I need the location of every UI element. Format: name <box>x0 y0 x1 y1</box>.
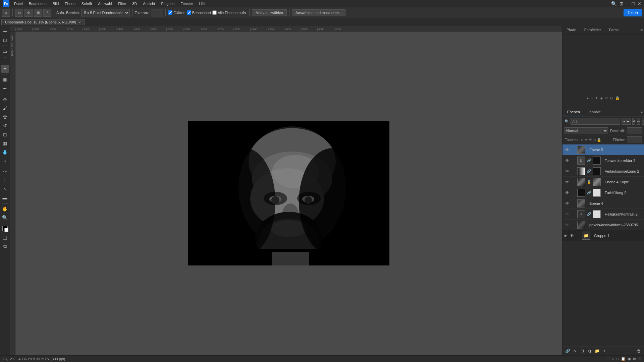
alle-ebenen-checkbox[interactable] <box>212 10 217 15</box>
window-maximize-icon[interactable]: □ <box>632 1 635 6</box>
layer-row[interactable]: 👁 🔗 Farbfüllung 2 <box>562 187 644 198</box>
hand-tool[interactable]: ✋ <box>1 205 9 213</box>
layer-mask-btn[interactable]: ⊡ <box>579 348 585 354</box>
maskenauswahl-button[interactable]: Auswählen und maskieren... <box>292 9 345 16</box>
glatten-checkbox[interactable] <box>168 10 172 15</box>
type-tool[interactable]: T <box>1 176 9 184</box>
menu-schrift[interactable]: Schrift <box>79 1 95 6</box>
menu-datei[interactable]: Datei <box>11 1 25 6</box>
menu-hilfe[interactable]: Hilfe <box>196 1 209 6</box>
fix-icon-move[interactable]: ✛ <box>589 138 592 142</box>
layer-visibility-toggle[interactable]: 👁 <box>569 233 575 238</box>
pen-tool[interactable]: ✑ <box>1 168 9 176</box>
tab-farbe[interactable]: Farbe <box>605 26 623 34</box>
layer-row[interactable]: 👁 pexels-kevin-bidwell-2380795 <box>562 220 644 230</box>
clone-stamp-tool[interactable]: ✿ <box>1 113 9 121</box>
history-brush-tool[interactable]: ↺ <box>1 122 9 130</box>
tolerance-input[interactable]: 32 <box>151 9 163 16</box>
document-tab[interactable]: Unbenannt-1 bei 16,1% (Ebene 5, RGB/8#) … <box>1 19 85 25</box>
layer-visibility-toggle[interactable]: 👁 <box>565 147 570 153</box>
layer-row[interactable]: 👁 Ebene 4 <box>562 198 644 209</box>
layer-fx-btn[interactable]: fx <box>572 348 578 354</box>
artboard-tool[interactable]: ⊡ <box>1 36 9 44</box>
spot-heal-tool[interactable]: ⊕ <box>1 96 9 104</box>
menu-3d[interactable]: 3D <box>129 1 140 6</box>
tool-icon-home[interactable]: ⌂ <box>2 9 10 17</box>
benachbart-checkbox[interactable] <box>187 10 191 15</box>
marquee-tool[interactable]: ▭ <box>1 47 9 55</box>
layer-row[interactable]: 👁 🔒 Ebene 4 Kopie <box>562 177 644 187</box>
brush-tool[interactable]: 🖌 <box>1 104 9 112</box>
menu-fenster[interactable]: Fenster <box>178 1 196 6</box>
zoom-tool[interactable]: 🔍 <box>1 214 9 222</box>
statusbar-icon-2[interactable]: ⊕ <box>611 357 614 361</box>
tab-farbfelder[interactable]: Farbfelder <box>580 26 605 34</box>
window-minimize-icon[interactable]: − <box>626 1 629 6</box>
layers-tab-kanaele[interactable]: Kanäle <box>585 108 605 116</box>
layer-row[interactable]: 👁 🔗 Verlaufsumsetzung 2 <box>562 166 644 177</box>
window-close-icon[interactable]: ✕ <box>637 1 641 6</box>
layers-options-icon[interactable]: ≡ <box>641 110 643 114</box>
layer-row[interactable]: 👁 Ebene 5 <box>562 144 644 155</box>
fix-icon-all[interactable]: ⊞ <box>593 138 596 142</box>
move-tool[interactable]: ✛ <box>1 27 9 36</box>
foreground-color[interactable] <box>2 226 8 231</box>
statusbar-icon-5[interactable]: ◉ <box>628 357 631 361</box>
tool-options-b[interactable]: ⊙ <box>24 9 33 17</box>
layer-group-btn[interactable]: 📁 <box>594 348 600 354</box>
lasso-tool[interactable]: ⌒ <box>1 56 9 64</box>
quick-mask-toggle[interactable]: ⬚ <box>1 233 9 241</box>
menu-auswahl[interactable]: Auswahl <box>95 1 115 6</box>
search-icon[interactable]: 🔍 <box>611 1 617 6</box>
screen-mode-toggle[interactable]: ⧉ <box>1 242 9 250</box>
magic-wand-tool[interactable]: ✦ <box>1 65 9 73</box>
layer-adjustment-btn[interactable]: ◑ <box>587 348 593 354</box>
layers-tab-ebenen[interactable]: Ebenen <box>562 108 585 116</box>
menu-ansicht[interactable]: Ansicht <box>140 1 158 6</box>
statusbar-icon-3[interactable]: □ <box>616 357 619 361</box>
path-select-tool[interactable]: ↖ <box>1 185 9 193</box>
layer-visibility-toggle[interactable]: 👁 <box>565 212 570 217</box>
tool-options-c[interactable]: ▤ <box>34 9 42 17</box>
teilen-button[interactable]: Teilen <box>624 9 642 16</box>
panel-collapse-icon[interactable]: ≡ <box>640 28 643 33</box>
layers-toolbar-btn-2[interactable]: ✏ <box>637 118 640 125</box>
layer-row-group[interactable]: ▶ 👁 📁 Gruppe 1 <box>562 230 644 241</box>
brush-size-select[interactable]: 5 x 5 Pixel Durchschnitt <box>81 9 130 16</box>
fix-icon-brush[interactable]: ✏ <box>585 138 588 142</box>
tab-close-button[interactable]: ✕ <box>78 20 81 24</box>
layer-link-btn[interactable]: 🔗 <box>565 348 571 354</box>
menu-bild[interactable]: Bild <box>50 1 61 6</box>
dodge-tool[interactable]: ○ <box>1 157 9 165</box>
menu-filter[interactable]: Filter <box>115 1 129 6</box>
background-color[interactable] <box>4 228 8 232</box>
layer-visibility-toggle[interactable]: 👁 <box>565 201 570 206</box>
layers-toolbar-btn-1[interactable]: P <box>632 118 635 125</box>
motiv-auswaehlen-button[interactable]: Motiv auswählen <box>252 9 287 16</box>
canvas-container[interactable] <box>15 32 562 355</box>
layers-filter-select[interactable]: ▾ <box>622 118 631 125</box>
layer-new-btn[interactable]: + <box>601 348 607 354</box>
layer-row[interactable]: 👁 ⊡ 🔗 Tonwertkorrektur 2 <box>562 155 644 166</box>
layer-delete-btn[interactable]: 🗑 <box>636 348 642 354</box>
layer-visibility-toggle[interactable]: 👁 <box>565 190 570 195</box>
fill-input[interactable]: 100% <box>627 136 642 143</box>
layer-row[interactable]: 👁 ☀ 🔗 Helligkeit/Kontrast 2 <box>562 209 644 220</box>
menu-plugins[interactable]: Plug-ins <box>158 1 177 6</box>
layers-toolbar-btn-3[interactable]: T <box>642 118 644 125</box>
alle-ebenen-checkbox-label[interactable]: Alle Ebenen aufn. <box>212 10 247 15</box>
shape-tool[interactable]: ▬ <box>1 194 9 202</box>
statusbar-icon-7[interactable]: ⊞ <box>638 357 641 361</box>
crop-tool[interactable]: ⊠ <box>1 76 9 84</box>
benachbart-checkbox-label[interactable]: Benachbart <box>187 10 211 15</box>
layer-visibility-toggle[interactable]: 👁 <box>565 158 570 163</box>
zoom-fit-icon[interactable]: ⊞ <box>620 1 624 6</box>
layer-visibility-toggle[interactable]: 👁 <box>565 222 570 228</box>
eyedropper-tool[interactable]: ✒ <box>1 84 9 93</box>
tab-pfade[interactable]: Pfade <box>562 26 580 34</box>
statusbar-icon-1[interactable]: ⊡ <box>606 357 609 361</box>
blur-tool[interactable]: 💧 <box>1 148 9 156</box>
opacity-input[interactable]: 100% <box>627 127 642 134</box>
fix-icon-lock[interactable]: 🔒 <box>597 138 601 142</box>
glatten-checkbox-label[interactable]: Glätten <box>168 10 185 15</box>
